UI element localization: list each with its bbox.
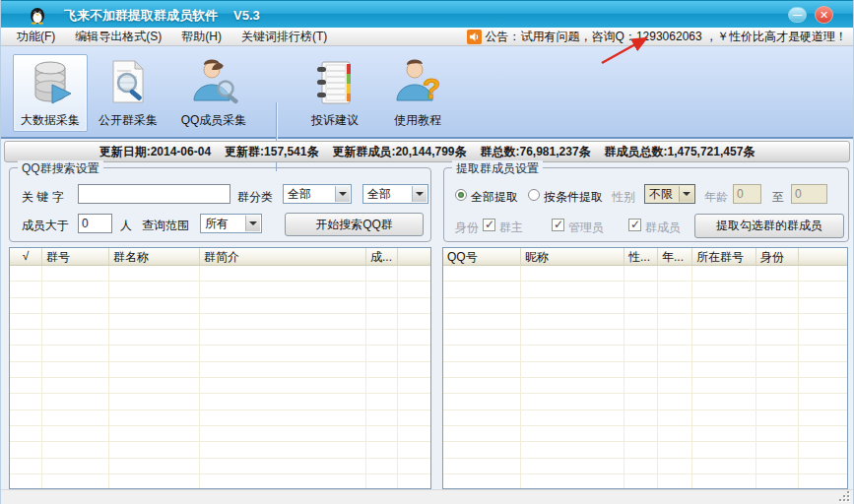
checkbox-group-owner-label: 群主 — [499, 220, 523, 236]
column-header-in-group[interactable]: 所在群号 — [692, 248, 756, 265]
app-title-text: 飞来不加群提取群成员软件 — [64, 8, 218, 23]
toolbar-button-qq-member-collect[interactable]: QQ成员采集 — [168, 54, 259, 132]
table-row[interactable] — [10, 330, 430, 346]
gender-select[interactable]: 不限 — [644, 184, 695, 204]
column-header-qq-id[interactable]: QQ号 — [443, 248, 521, 265]
menu-item-export-format[interactable]: 编辑导出格式(S) — [65, 28, 171, 46]
feedback-notebook-icon — [310, 57, 360, 110]
checkbox-group-owner[interactable] — [483, 219, 495, 231]
table-row[interactable] — [10, 346, 430, 361]
checkbox-member[interactable] — [628, 219, 641, 231]
category1-value: 全部 — [288, 186, 311, 203]
members-gt-input[interactable] — [78, 214, 112, 233]
radio-extract-conditional[interactable] — [528, 189, 540, 201]
close-button[interactable]: ✕ — [815, 6, 833, 24]
toolbar-button-feedback[interactable]: 投诉建议 — [296, 54, 373, 132]
category-label: 群分类 — [237, 189, 273, 206]
chevron-down-icon — [335, 186, 350, 202]
table-row[interactable] — [443, 330, 847, 346]
member-table-body[interactable] — [443, 266, 847, 488]
table-row[interactable] — [443, 474, 847, 488]
start-search-button[interactable]: 开始搜索QQ群 — [285, 213, 424, 236]
toolbar-button-public-group-collect[interactable]: 公开群采集 — [92, 54, 164, 132]
toolbar-button-big-data-collect[interactable]: 大数据采集 — [13, 54, 88, 132]
table-row[interactable] — [10, 378, 430, 394]
table-row[interactable] — [443, 362, 847, 378]
toolbar-button-tutorial[interactable]: ? 使用教程 — [379, 54, 456, 132]
table-row[interactable] — [443, 459, 847, 474]
table-row[interactable] — [10, 266, 430, 282]
radio-extract-all[interactable] — [455, 189, 467, 201]
announcement-bar: 公告：试用有问题，咨询Q：1293062063 ，￥性价比高才是硬道理！ — [467, 28, 847, 46]
table-row[interactable] — [10, 314, 430, 330]
table-row[interactable] — [10, 394, 430, 410]
age-to-input — [791, 184, 827, 204]
column-header-spacer — [799, 248, 847, 265]
stat-updated-groups: 更新群:157,541条 — [225, 144, 318, 160]
column-header-member-count[interactable]: 成... — [366, 248, 398, 265]
column-header-group-intro[interactable]: 群简介 — [200, 248, 366, 265]
column-header-identity[interactable]: 身份 — [756, 248, 799, 265]
column-header-group-id[interactable]: 群号 — [42, 248, 109, 265]
minimize-button[interactable]: — — [788, 7, 807, 23]
range-select[interactable]: 所有 — [200, 214, 262, 233]
table-row[interactable] — [10, 282, 430, 297]
category1-select[interactable]: 全部 — [283, 184, 352, 204]
group-table-header: √ 群号 群名称 群简介 成... — [10, 248, 430, 266]
table-row[interactable] — [443, 410, 847, 426]
identity-label: 身份 — [455, 220, 479, 236]
column-header-group-name[interactable]: 群名称 — [109, 248, 200, 265]
gender-label: 性别 — [612, 189, 635, 206]
members-gt-label: 成员大于 — [22, 218, 69, 234]
table-row[interactable] — [10, 298, 430, 314]
stat-update-date: 更新日期:2014-06-04 — [99, 144, 211, 160]
speaker-icon — [467, 30, 482, 44]
table-row[interactable] — [443, 442, 847, 458]
table-row[interactable] — [443, 298, 847, 314]
app-window: 飞来不加群提取群成员软件V5.3 — ✕ 功能(F) 编辑导出格式(S) 帮助(… — [0, 0, 854, 504]
column-header-nickname[interactable]: 昵称 — [521, 248, 624, 265]
panel-title: QQ群搜索设置 — [18, 160, 103, 177]
title-bar: 飞来不加群提取群成员软件V5.3 — ✕ — [1, 0, 853, 28]
table-row[interactable] — [10, 459, 430, 474]
keyword-input[interactable] — [78, 184, 230, 204]
table-row[interactable] — [443, 346, 847, 361]
category2-select[interactable]: 全部 — [362, 184, 428, 204]
column-header-check[interactable]: √ — [10, 248, 42, 265]
table-row[interactable] — [443, 394, 847, 410]
member-search-icon — [189, 57, 238, 110]
menu-item-keyword-ranking[interactable]: 关键词排行榜(T) — [231, 28, 337, 46]
column-header-gender[interactable]: 性... — [624, 248, 658, 265]
table-row[interactable] — [10, 442, 430, 458]
tutorial-question-icon: ? — [393, 57, 442, 110]
chevron-down-icon — [679, 186, 693, 202]
chevron-down-icon — [245, 216, 260, 231]
gender-value: 不限 — [649, 186, 673, 203]
table-row[interactable] — [443, 426, 847, 442]
extract-checked-button[interactable]: 提取勾选群的群成员 — [694, 214, 844, 238]
table-row[interactable] — [443, 378, 847, 394]
table-row[interactable] — [443, 282, 847, 297]
category2-value: 全部 — [367, 186, 391, 203]
table-row[interactable] — [10, 410, 430, 426]
age-from-input — [733, 184, 761, 204]
checkbox-admin[interactable] — [552, 219, 564, 231]
status-footer — [1, 489, 853, 504]
group-search-panel: QQ群搜索设置 关 键 字 群分类 全部 全部 成员大于 人 查询范围 所有 开… — [9, 167, 431, 242]
range-label: 查询范围 — [142, 218, 189, 234]
group-list-table: √ 群号 群名称 群简介 成... — [9, 247, 431, 489]
table-row[interactable] — [443, 314, 847, 330]
table-row[interactable] — [10, 426, 430, 442]
menu-item-help[interactable]: 帮助(H) — [171, 28, 231, 46]
doc-search-icon — [103, 57, 153, 110]
column-header-age[interactable]: 年... — [658, 248, 692, 265]
menu-item-function[interactable]: 功能(F) — [7, 28, 65, 46]
table-row[interactable] — [443, 266, 847, 282]
table-row[interactable] — [10, 362, 430, 378]
group-table-body[interactable] — [10, 266, 430, 488]
radio-extract-conditional-label: 按条件提取 — [544, 189, 603, 206]
app-version: V5.3 — [233, 8, 260, 23]
table-row[interactable] — [10, 474, 430, 488]
age-to-label: 至 — [772, 189, 784, 206]
resize-grip-icon[interactable] — [838, 490, 849, 501]
